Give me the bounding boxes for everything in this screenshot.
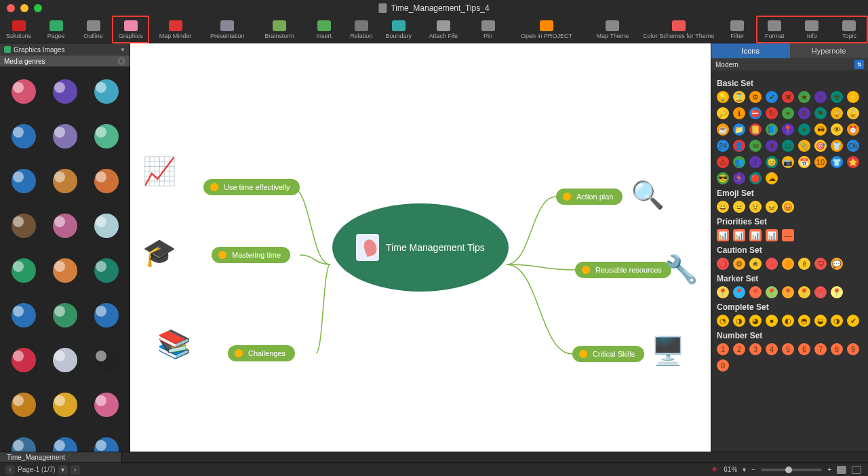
- graphics-thumbnail[interactable]: [5, 296, 41, 335]
- topic-action-plan[interactable]: Action plan: [556, 189, 623, 205]
- panel-icon[interactable]: 🏃: [733, 172, 745, 184]
- panel-icon[interactable]: ●: [766, 315, 778, 327]
- graphics-thumbnail[interactable]: [47, 206, 83, 245]
- graphics-thumbnail[interactable]: [5, 340, 41, 380]
- panel-icon[interactable]: —: [782, 229, 794, 241]
- panel-icon[interactable]: 🔺: [766, 258, 778, 270]
- panel-icon[interactable]: ≡: [782, 107, 794, 119]
- toolbar-relation[interactable]: Relation: [342, 16, 380, 43]
- toolbar-solutions[interactable]: Solutions: [0, 16, 37, 43]
- panel-icon[interactable]: 😎: [717, 172, 729, 184]
- topic-illustration[interactable]: 📈: [142, 155, 176, 187]
- panel-icon[interactable]: 📍: [814, 286, 827, 298]
- mindmap-canvas[interactable]: Time Management Tips Use time effectivel…: [130, 43, 711, 452]
- graphics-thumbnail[interactable]: [88, 430, 124, 452]
- panel-icon[interactable]: 6: [798, 343, 810, 355]
- panel-icon[interactable]: ✉: [749, 140, 762, 152]
- prev-page-button[interactable]: ‹: [5, 465, 15, 475]
- graphics-thumbnail[interactable]: [47, 117, 83, 156]
- toolbar-outline[interactable]: Outline: [75, 16, 112, 43]
- graphics-thumbnail[interactable]: [5, 72, 41, 111]
- panel-icon[interactable]: 🔶: [782, 258, 794, 270]
- panel-icon[interactable]: 😐: [733, 201, 745, 213]
- panel-icon[interactable]: ↻: [766, 107, 778, 119]
- graphics-thumbnail[interactable]: [5, 430, 41, 452]
- panel-icon[interactable]: 🎯: [814, 140, 827, 152]
- graphics-thumbnail[interactable]: [47, 161, 83, 201]
- panel-icon[interactable]: ◑: [733, 315, 745, 327]
- panel-icon[interactable]: ⛔: [749, 107, 762, 119]
- next-page-button[interactable]: ›: [71, 465, 80, 475]
- topic-illustration[interactable]: 🎓: [142, 237, 176, 269]
- zoom-dropdown-button[interactable]: ▾: [743, 466, 746, 473]
- toolbar-filter[interactable]: Filter: [719, 16, 756, 43]
- media-genres-row[interactable]: Media genres ×: [0, 56, 130, 66]
- panel-icon[interactable]: 📊: [733, 229, 745, 241]
- panel-icon[interactable]: 9: [847, 343, 859, 355]
- toolbar-color-schemes-for-theme[interactable]: Color Schemes for Theme: [639, 16, 719, 43]
- panel-icon[interactable]: 📍: [717, 286, 729, 298]
- panel-icon[interactable]: ◐: [782, 315, 794, 327]
- panel-icon[interactable]: 🕶: [814, 123, 827, 136]
- topic-critical-skills[interactable]: Critical Skills: [572, 346, 644, 362]
- graphics-thumbnail[interactable]: [88, 296, 124, 335]
- panel-icon[interactable]: 📎: [798, 140, 810, 152]
- toolbar-brainstorm[interactable]: Brainstorm: [254, 16, 306, 43]
- panel-icon[interactable]: 2: [733, 343, 745, 355]
- panel-icon[interactable]: 📍: [766, 286, 778, 298]
- panel-icon[interactable]: ⚡: [847, 91, 859, 103]
- panel-icon[interactable]: ℹ: [733, 107, 745, 119]
- panel-icon[interactable]: ⚑: [814, 107, 827, 119]
- graphics-thumbnail[interactable]: [88, 161, 124, 201]
- view-mode-grid-icon[interactable]: [837, 466, 846, 474]
- panel-icon[interactable]: 24: [717, 140, 729, 152]
- panel-icon[interactable]: 1: [717, 343, 729, 355]
- close-window-button[interactable]: [7, 4, 15, 12]
- topic-illustration[interactable]: 🖥️: [651, 335, 685, 367]
- tab-icons[interactable]: Icons: [711, 43, 790, 58]
- toolbar-presentation[interactable]: Presentation: [201, 16, 254, 43]
- panel-icon[interactable]: ⚠: [717, 156, 729, 168]
- panel-icon[interactable]: 🔓: [847, 107, 859, 119]
- graphics-thumbnail[interactable]: [5, 251, 41, 290]
- chevron-down-icon[interactable]: ▼: [120, 47, 125, 53]
- graphics-thumbnail[interactable]: [5, 206, 41, 245]
- panel-icon[interactable]: ⭐: [847, 156, 859, 168]
- panel-icon[interactable]: ✔: [847, 315, 859, 327]
- topic-illustration[interactable]: 🔍: [631, 179, 665, 211]
- panel-icon[interactable]: 📘: [766, 123, 778, 136]
- panel-icon[interactable]: 💬: [831, 258, 843, 270]
- panel-icon[interactable]: 👥: [733, 156, 745, 168]
- toolbar-insert[interactable]: Insert: [305, 16, 342, 43]
- panel-icon[interactable]: ✖: [782, 91, 794, 103]
- panel-icon[interactable]: 4: [766, 343, 778, 355]
- panel-icon[interactable]: 🔒: [831, 107, 843, 119]
- page-dropdown-button[interactable]: ▾: [58, 465, 68, 475]
- graphics-thumbnail[interactable]: [5, 117, 41, 156]
- panel-icon[interactable]: 📒: [749, 123, 762, 136]
- panel-icon[interactable]: ✔: [766, 91, 778, 103]
- zoom-out-button[interactable]: −: [751, 466, 755, 473]
- panel-icon[interactable]: 🚸: [749, 258, 762, 270]
- zoom-in-button[interactable]: +: [827, 466, 831, 473]
- panel-icon[interactable]: 😀: [717, 201, 729, 213]
- panel-icon[interactable]: 7: [814, 343, 827, 355]
- panel-icon[interactable]: ◓: [798, 315, 810, 327]
- panel-icon[interactable]: 5: [782, 343, 794, 355]
- panel-icon[interactable]: Ok: [847, 140, 859, 152]
- panel-icon[interactable]: ☀: [798, 123, 810, 136]
- panel-icon[interactable]: 😊: [766, 156, 778, 168]
- zoom-slider-knob[interactable]: [785, 467, 792, 473]
- minimize-window-button[interactable]: [20, 4, 28, 12]
- panel-icon[interactable]: 🕯: [798, 258, 810, 270]
- graphics-thumbnail[interactable]: [88, 385, 124, 424]
- panel-icon[interactable]: 📷: [782, 156, 794, 168]
- panel-icon[interactable]: 📊: [717, 229, 729, 241]
- panel-icon[interactable]: 📁: [733, 123, 745, 136]
- panel-icon[interactable]: 💡: [717, 91, 729, 103]
- toolbar-map-theme[interactable]: Map Theme: [587, 16, 639, 43]
- close-section-button[interactable]: ×: [117, 57, 125, 65]
- presentation-eye-icon[interactable]: 👁: [711, 466, 718, 473]
- graphics-thumbnail[interactable]: [88, 117, 124, 156]
- graphics-thumbnail[interactable]: [47, 430, 83, 452]
